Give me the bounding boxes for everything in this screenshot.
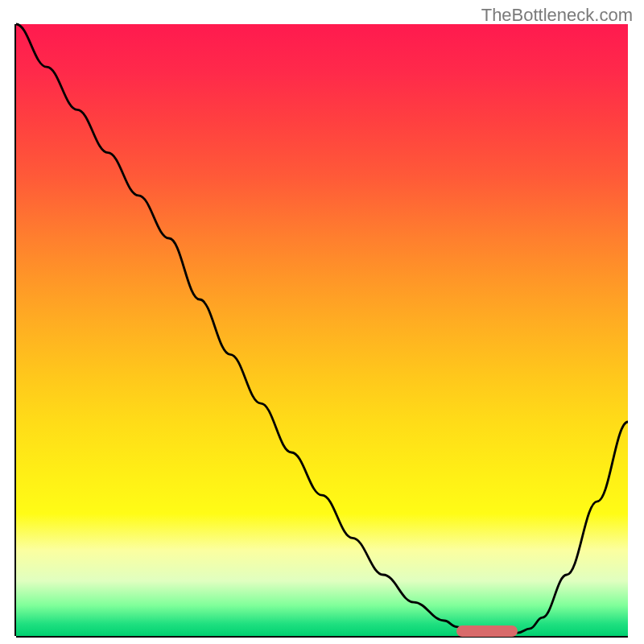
optimum-marker: [456, 625, 518, 637]
chart-container: [16, 24, 628, 636]
watermark-text: TheBottleneck.com: [481, 5, 633, 26]
curve-layer: [16, 24, 628, 636]
data-curve: [16, 24, 628, 634]
